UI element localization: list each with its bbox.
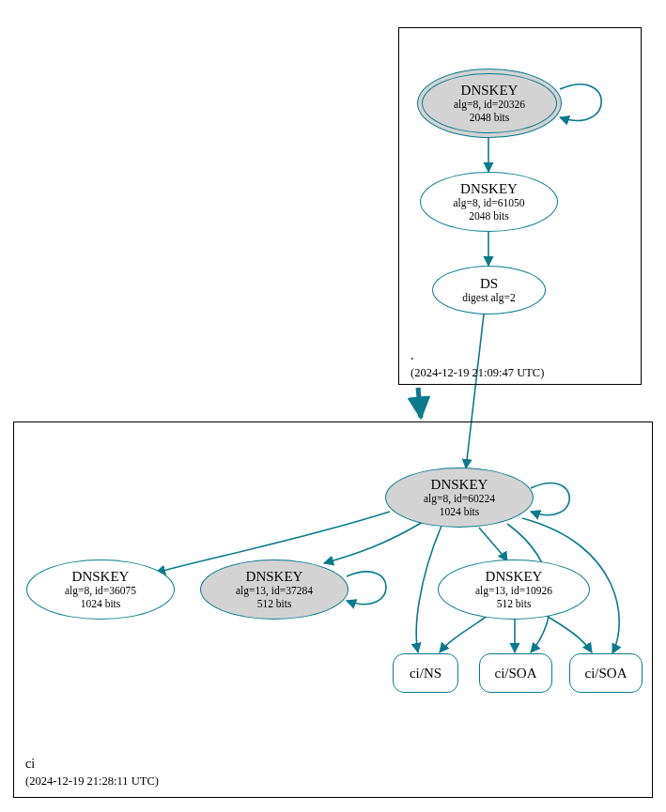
node-ci-37284-title: DNSKEY: [246, 569, 303, 585]
edge-root-to-ci-zone: [418, 388, 421, 418]
node-ci-10926: DNSKEY alg=13, id=10926 512 bits: [438, 559, 590, 620]
node-ds-alg: digest alg=2: [462, 292, 516, 304]
node-ci-36075-title: DNSKEY: [72, 569, 130, 585]
zone-ci-label: ci (2024-12-19 21:28:11 UTC): [25, 756, 159, 789]
zone-root-label: . (2024-12-19 21:09:47 UTC): [410, 347, 544, 381]
node-root-ksk-bits: 2048 bits: [470, 112, 510, 124]
rr-ci-ns: ci/NS: [393, 653, 458, 693]
node-ci-ksk-alg: alg=8, id=60224: [424, 493, 495, 505]
node-root-zsk: DNSKEY alg=8, id=61050 2048 bits: [420, 172, 558, 232]
rr-ci-ns-label: ci/NS: [410, 666, 441, 682]
node-root-zsk-alg: alg=8, id=61050: [453, 197, 524, 209]
node-ci-10926-bits: 512 bits: [497, 598, 532, 610]
node-root-zsk-title: DNSKEY: [460, 181, 518, 197]
node-ci-10926-title: DNSKEY: [486, 569, 543, 585]
zone-ci-timestamp: (2024-12-19 21:28:11 UTC): [25, 774, 159, 788]
node-ci-37284-alg: alg=13, id=37284: [236, 585, 313, 597]
rr-ci-soa-1-label: ci/SOA: [495, 666, 537, 682]
node-ci-ksk: DNSKEY alg=8, id=60224 1024 bits: [385, 467, 534, 528]
node-root-ksk: DNSKEY alg=8, id=20326 2048 bits: [417, 69, 562, 138]
zone-ci-name: ci: [25, 757, 35, 771]
rr-ci-soa-2: ci/SOA: [569, 653, 643, 693]
zone-root-timestamp: (2024-12-19 21:09:47 UTC): [410, 366, 544, 379]
node-ci-ksk-bits: 1024 bits: [440, 506, 480, 518]
node-root-ksk-title: DNSKEY: [461, 83, 519, 99]
node-ci-36075-alg: alg=8, id=36075: [65, 585, 136, 597]
diagram-canvas: . (2024-12-19 21:09:47 UTC) ci (2024-12-…: [0, 0, 666, 812]
rr-ci-soa-2-label: ci/SOA: [585, 666, 627, 682]
node-ci-36075: DNSKEY alg=8, id=36075 1024 bits: [26, 559, 175, 620]
node-root-ksk-alg: alg=8, id=20326: [454, 99, 525, 111]
node-ci-37284: DNSKEY alg=13, id=37284 512 bits: [200, 559, 348, 620]
node-ci-36075-bits: 1024 bits: [81, 598, 121, 610]
node-ds: DS digest alg=2: [432, 266, 546, 314]
zone-root-name: .: [410, 348, 414, 362]
node-ds-title: DS: [480, 276, 498, 292]
node-root-zsk-bits: 2048 bits: [469, 210, 509, 222]
rr-ci-soa-1: ci/SOA: [479, 653, 552, 693]
node-ci-ksk-title: DNSKEY: [431, 477, 488, 493]
node-ci-10926-alg: alg=13, id=10926: [475, 585, 552, 597]
node-ci-37284-bits: 512 bits: [257, 598, 292, 610]
